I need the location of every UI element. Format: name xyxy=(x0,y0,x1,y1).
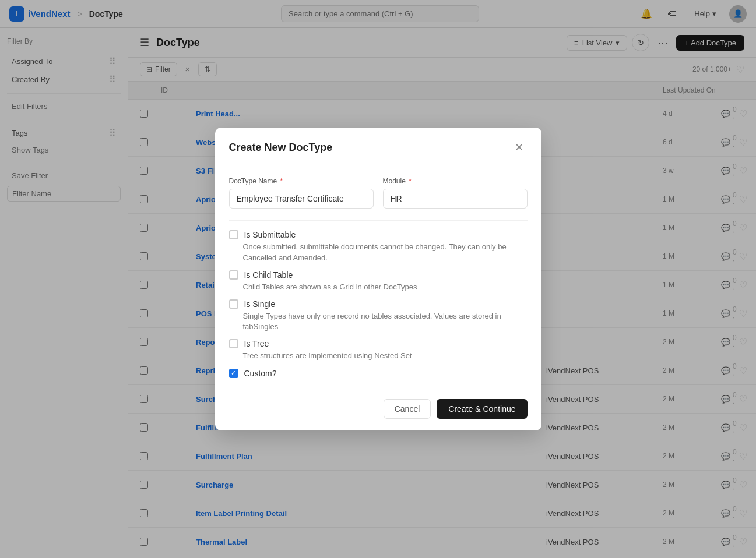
custom-checkbox[interactable]: ✓ xyxy=(229,369,238,378)
is-child-table-row: Is Child Table xyxy=(229,270,528,280)
is-tree-row: Is Tree xyxy=(229,339,528,348)
doctype-name-input[interactable] xyxy=(229,189,374,209)
module-required: * xyxy=(409,177,412,185)
is-submittable-checkbox[interactable] xyxy=(229,230,238,239)
create-continue-button[interactable]: Create & Continue xyxy=(437,399,527,419)
modal-divider xyxy=(229,220,528,221)
doctype-name-label: DocType Name * xyxy=(229,177,374,185)
checkbox-group: Is Submittable Once submitted, submittab… xyxy=(229,230,528,377)
module-label: Module * xyxy=(383,177,528,185)
custom-item: ✓ Custom? xyxy=(229,369,528,378)
modal-close-button[interactable]: ✕ xyxy=(511,139,528,156)
modal-overlay[interactable]: Create New DocType ✕ DocType Name * Modu… xyxy=(0,0,756,558)
is-submittable-item: Is Submittable Once submitted, submittab… xyxy=(229,230,528,263)
is-single-row: Is Single xyxy=(229,299,528,309)
doctype-name-group: DocType Name * xyxy=(229,177,374,209)
module-group: Module * xyxy=(383,177,528,209)
is-single-desc: Single Types have only one record no tab… xyxy=(229,311,528,332)
is-single-item: Is Single Single Types have only one rec… xyxy=(229,299,528,332)
is-single-label: Is Single xyxy=(244,299,276,309)
is-child-table-item: Is Child Table Child Tables are shown as… xyxy=(229,270,528,292)
is-child-table-label: Is Child Table xyxy=(244,270,293,280)
custom-label: Custom? xyxy=(244,369,277,378)
is-child-table-desc: Child Tables are shown as a Grid in othe… xyxy=(229,282,528,292)
modal-form-row: DocType Name * Module * xyxy=(229,177,528,209)
modal-footer: Cancel Create & Continue xyxy=(215,390,541,430)
is-tree-checkbox[interactable] xyxy=(229,339,238,348)
is-child-table-checkbox[interactable] xyxy=(229,270,238,280)
module-input[interactable] xyxy=(383,189,528,209)
modal-title: Create New DocType xyxy=(229,142,333,154)
is-submittable-row: Is Submittable xyxy=(229,230,528,239)
is-submittable-label: Is Submittable xyxy=(244,230,296,239)
cancel-button[interactable]: Cancel xyxy=(384,399,431,419)
create-doctype-modal: Create New DocType ✕ DocType Name * Modu… xyxy=(215,128,541,430)
is-tree-item: Is Tree Tree structures are implemented … xyxy=(229,339,528,361)
doctype-name-required: * xyxy=(280,177,283,185)
is-tree-label: Is Tree xyxy=(244,339,269,348)
custom-row: ✓ Custom? xyxy=(229,369,528,378)
modal-header: Create New DocType ✕ xyxy=(215,128,541,165)
modal-body: DocType Name * Module * xyxy=(215,165,541,389)
is-single-checkbox[interactable] xyxy=(229,299,238,309)
is-submittable-desc: Once submitted, submittable documents ca… xyxy=(229,242,528,263)
is-tree-desc: Tree structures are implemented using Ne… xyxy=(229,351,528,361)
